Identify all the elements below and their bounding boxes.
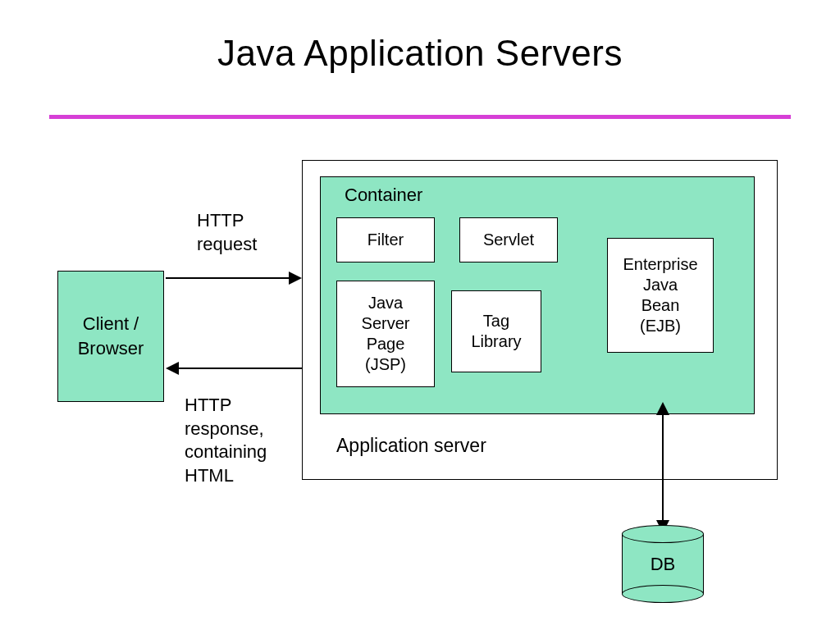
response-arrow-line (179, 368, 302, 369)
response-arrow-head-icon (166, 362, 179, 375)
slide: Java Application Servers Client / Browse… (0, 0, 840, 630)
jsp-box: JavaServerPage(JSP) (336, 281, 435, 387)
slide-title: Java Application Servers (0, 33, 840, 74)
client-browser-box: Client / Browser (57, 271, 164, 402)
http-response-label: HTTPresponse,containingHTML (185, 394, 267, 487)
ejb-db-arrow-line (662, 415, 664, 520)
ejb-label: EnterpriseJavaBean(EJB) (623, 254, 697, 336)
client-browser-label: Client / Browser (63, 312, 158, 360)
ejb-db-arrow-up-icon (656, 402, 669, 415)
db-cylinder: DB (622, 525, 704, 603)
container-label: Container (345, 185, 422, 206)
ejb-box: EnterpriseJavaBean(EJB) (607, 238, 714, 353)
request-arrow-head-icon (289, 272, 302, 285)
request-arrow-line (166, 277, 289, 279)
db-label: DB (622, 525, 704, 603)
servlet-box: Servlet (459, 217, 558, 262)
tag-library-box: TagLibrary (451, 290, 541, 372)
title-underline (49, 115, 791, 119)
servlet-label: Servlet (483, 230, 534, 250)
http-request-label: HTTPrequest (197, 209, 257, 256)
application-server-label: Application server (336, 435, 486, 457)
jsp-label: JavaServerPage(JSP) (362, 293, 410, 375)
filter-box: Filter (336, 217, 435, 262)
filter-label: Filter (368, 230, 404, 250)
tag-library-label: TagLibrary (471, 311, 521, 352)
